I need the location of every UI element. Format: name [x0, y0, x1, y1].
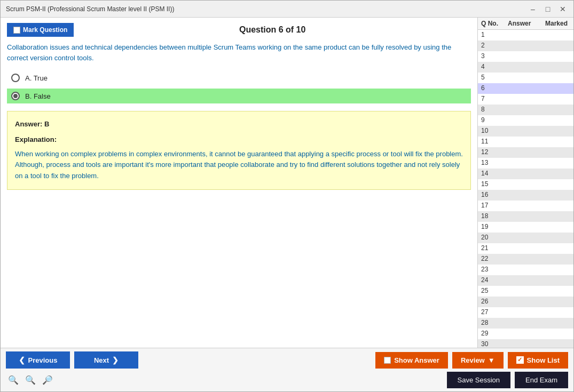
qnum: 12 — [481, 148, 508, 157]
qlist-row[interactable]: 4 — [478, 62, 573, 73]
qlist-row[interactable]: 25 — [478, 286, 573, 297]
end-exam-button[interactable]: End Exam — [515, 372, 568, 388]
qmarked — [545, 340, 573, 348]
question-list-panel: Q No. Answer Marked 12345678910111213141… — [477, 18, 573, 348]
qanswer — [508, 106, 545, 114]
qanswer — [508, 212, 545, 221]
explanation-text: When working on complex problems in comp… — [15, 149, 463, 182]
qlist-row[interactable]: 28 — [478, 318, 573, 329]
qlist-row[interactable]: 3 — [478, 51, 573, 62]
qmarked — [545, 234, 573, 242]
qanswer — [508, 266, 545, 274]
qlist-row[interactable]: 21 — [478, 243, 573, 254]
qlist-row[interactable]: 19 — [478, 222, 573, 233]
col-qno: Q No. — [481, 20, 508, 27]
qnum: 8 — [481, 106, 508, 114]
qnum: 28 — [481, 319, 508, 327]
qanswer — [508, 319, 545, 327]
qanswer — [508, 138, 545, 146]
zoom-reset-button[interactable]: 🔍 — [23, 374, 38, 386]
qmarked — [545, 180, 573, 189]
qlist-row[interactable]: 13 — [478, 158, 573, 169]
option-a[interactable]: A. True — [7, 70, 471, 85]
show-list-button[interactable]: Show List — [508, 352, 568, 369]
qlist-row[interactable]: 18 — [478, 211, 573, 222]
qlist-row[interactable]: 11 — [478, 137, 573, 147]
qlist-row[interactable]: 15 — [478, 179, 573, 190]
qlist-row[interactable]: 7 — [478, 94, 573, 105]
titlebar: Scrum PSM-II (Professional Scrum Master … — [1, 1, 573, 18]
qnum: 18 — [481, 212, 508, 221]
qmarked — [545, 202, 573, 210]
qnum: 20 — [481, 234, 508, 242]
qlist-row[interactable]: 14 — [478, 169, 573, 179]
qlist-row[interactable]: 6 — [478, 83, 573, 94]
qanswer — [508, 116, 545, 125]
qlist-row[interactable]: 2 — [478, 41, 573, 51]
qanswer — [508, 74, 545, 82]
qnum: 16 — [481, 191, 508, 199]
qmarked — [545, 170, 573, 178]
qmarked — [545, 319, 573, 327]
qnum: 13 — [481, 159, 508, 167]
previous-button[interactable]: ❮ Previous — [6, 351, 70, 369]
qlist-row[interactable]: 23 — [478, 265, 573, 275]
show-answer-button[interactable]: Show Answer — [375, 352, 448, 369]
qmarked — [545, 287, 573, 295]
option-a-label: A. True — [25, 74, 48, 82]
zoom-in-button[interactable]: 🔎 — [40, 374, 55, 386]
qnum: 27 — [481, 308, 508, 317]
qlist-row[interactable]: 10 — [478, 126, 573, 137]
qlist-body[interactable]: 1234567891011121314151617181920212223242… — [478, 30, 573, 348]
maximize-button[interactable]: □ — [542, 4, 553, 14]
explanation-title: Explanation: — [15, 134, 463, 146]
qlist-row[interactable]: 9 — [478, 115, 573, 126]
qmarked — [545, 212, 573, 221]
app-window: Scrum PSM-II (Professional Scrum Master … — [0, 0, 574, 392]
qmarked — [545, 138, 573, 146]
qlist-row[interactable]: 8 — [478, 105, 573, 115]
qlist-row[interactable]: 12 — [478, 147, 573, 158]
qlist-row[interactable]: 20 — [478, 233, 573, 243]
minimize-button[interactable]: – — [528, 4, 538, 14]
qnum: 24 — [481, 276, 508, 285]
next-button[interactable]: Next ❯ — [74, 351, 138, 369]
qlist-row[interactable]: 26 — [478, 297, 573, 307]
qnum: 15 — [481, 180, 508, 189]
qanswer — [508, 223, 545, 231]
qanswer — [508, 127, 545, 135]
qlist-row[interactable]: 16 — [478, 190, 573, 201]
review-button[interactable]: Review ▼ — [452, 352, 504, 369]
left-panel: Mark Question Question 6 of 10 Collabora… — [1, 18, 477, 348]
qlist-row[interactable]: 24 — [478, 275, 573, 286]
zoom-controls: 🔍 🔍 🔎 — [6, 374, 55, 386]
qnum: 22 — [481, 255, 508, 263]
qnum: 14 — [481, 170, 508, 178]
qmarked — [545, 308, 573, 317]
qlist-row[interactable]: 1 — [478, 30, 573, 41]
qlist-row[interactable]: 27 — [478, 307, 573, 318]
zoom-out-button[interactable]: 🔍 — [6, 374, 21, 386]
col-marked: Marked — [545, 20, 573, 27]
qmarked — [545, 31, 573, 39]
qanswer — [508, 63, 545, 71]
qnum: 9 — [481, 116, 508, 125]
qlist-row[interactable]: 30 — [478, 339, 573, 348]
qnum: 25 — [481, 287, 508, 295]
qmarked — [545, 106, 573, 114]
bottom-row1: ❮ Previous Next ❯ Show Answer Review ▼ S… — [6, 351, 568, 369]
qmarked — [545, 63, 573, 71]
qnum: 3 — [481, 52, 508, 61]
qlist-row[interactable]: 17 — [478, 201, 573, 211]
qlist-row[interactable]: 29 — [478, 329, 573, 339]
option-b[interactable]: B. False — [7, 89, 471, 103]
qlist-row[interactable]: 22 — [478, 254, 573, 265]
mark-question-button[interactable]: Mark Question — [7, 23, 74, 37]
qlist-row[interactable]: 5 — [478, 73, 573, 83]
close-button[interactable]: ✕ — [557, 4, 568, 14]
save-session-button[interactable]: Save Session — [447, 372, 511, 388]
bottom-row2: 🔍 🔍 🔎 Save Session End Exam — [6, 372, 568, 388]
app-title: Scrum PSM-II (Professional Scrum Master … — [6, 5, 174, 13]
qmarked — [545, 84, 573, 93]
qmarked — [545, 52, 573, 61]
